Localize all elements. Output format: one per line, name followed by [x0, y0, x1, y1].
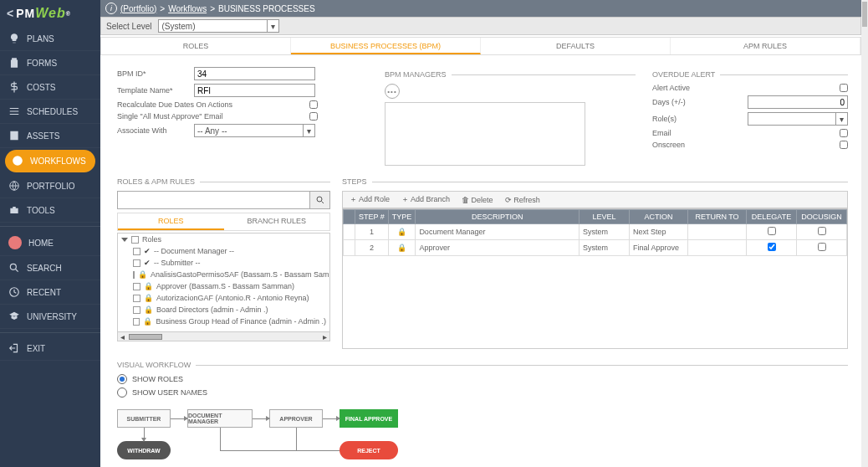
cell-docusign[interactable]: [797, 224, 847, 240]
checkbox-icon[interactable]: [133, 318, 140, 326]
cell-step: 2: [355, 240, 389, 256]
cell-delegate[interactable]: [747, 240, 797, 256]
show-roles-radio[interactable]: [117, 374, 127, 384]
node-final[interactable]: FINAL APPROVE: [340, 409, 398, 428]
crumb-sep: >: [160, 4, 165, 13]
alert-active-checkbox[interactable]: [840, 84, 848, 92]
node-submitter[interactable]: SUBMITTER: [117, 409, 171, 428]
crumb-portfolio[interactable]: (Portfolio): [120, 4, 156, 13]
main-content: BPM ID* Template Name* Recalculate Due D…: [100, 57, 861, 467]
add-branch-button[interactable]: ＋ Add Branch: [401, 194, 450, 205]
checkbox-icon[interactable]: [133, 271, 135, 279]
col-delegate[interactable]: DELEGATE: [747, 210, 797, 224]
crumb-workflows[interactable]: Workflows: [168, 4, 207, 13]
node-approver[interactable]: APPROVER: [269, 409, 323, 428]
nav-forms[interactable]: FORMS: [0, 51, 100, 75]
nav-recent[interactable]: RECENT: [0, 280, 100, 305]
checkbox-icon[interactable]: [133, 248, 140, 255]
tree-hscroll[interactable]: ◂▸: [118, 331, 329, 341]
clipboard-icon: [8, 57, 20, 69]
onscreen-checkbox[interactable]: [840, 141, 848, 149]
recalc-checkbox[interactable]: [309, 100, 318, 109]
collapse-icon[interactable]: <: [7, 7, 14, 20]
tree-item[interactable]: AnalisisGastoPermisoSAF (Bassam.S - Bass…: [151, 270, 329, 279]
tree-item[interactable]: Approver (Bassam.S - Bassam Samman): [156, 282, 294, 290]
tree-item[interactable]: -- Document Manager --: [154, 247, 234, 255]
tree-item[interactable]: -- Submitter --: [154, 259, 201, 267]
expand-icon[interactable]: [121, 238, 128, 242]
add-role-button[interactable]: ＋ Add Role: [350, 194, 390, 205]
sidebar: < PMWeb® PLANS FORMS COSTS SCHEDULES ASS…: [0, 0, 100, 467]
tree-item[interactable]: Board Directors (admin - Admin .): [156, 305, 268, 314]
tab-roles[interactable]: ROLES: [101, 38, 291, 54]
col-return[interactable]: RETURN TO: [688, 210, 747, 224]
checkbox-icon[interactable]: [133, 259, 140, 267]
page-scrollbar[interactable]: ▲: [861, 0, 868, 467]
bpm-id-input[interactable]: [194, 67, 315, 80]
more-icon[interactable]: •••: [385, 84, 400, 99]
delete-button[interactable]: 🗑 Delete: [462, 196, 493, 204]
tab-apm[interactable]: APM RULES: [671, 38, 860, 54]
subtab-roles[interactable]: ROLES: [118, 213, 224, 230]
bpm-managers-box[interactable]: [385, 102, 585, 166]
checkbox-icon[interactable]: [133, 283, 140, 290]
tab-defaults[interactable]: DEFAULTS: [481, 38, 671, 54]
nav-portfolio[interactable]: PORTFOLIO: [0, 174, 100, 198]
scroll-thumb[interactable]: [862, 2, 867, 27]
nav-workflows[interactable]: WORKFLOWS: [5, 150, 95, 172]
level-select[interactable]: (System) ▾: [158, 19, 279, 33]
nav-costs[interactable]: COSTS: [0, 75, 100, 100]
nav-home[interactable]: HOME: [0, 230, 100, 256]
nav-university[interactable]: UNIVERSITY: [0, 305, 100, 329]
tree-item[interactable]: Business Group Head of Finance (admin - …: [156, 317, 326, 326]
steps-title: STEPS: [342, 177, 367, 186]
nav-assets[interactable]: ASSETS: [0, 124, 100, 148]
roles-search-input[interactable]: [117, 191, 310, 209]
nav-schedules[interactable]: SCHEDULES: [0, 100, 100, 124]
nav-primary: PLANS FORMS COSTS SCHEDULES ASSETS WORKF…: [0, 27, 100, 223]
assoc-select[interactable]: -- Any -- ▾: [194, 124, 315, 137]
nav-tools[interactable]: TOOLS: [0, 198, 100, 223]
search-icon: [315, 195, 325, 205]
checkbox-icon[interactable]: [133, 295, 140, 302]
nav-plans[interactable]: PLANS: [0, 27, 100, 51]
cell-return: [688, 240, 747, 256]
checkbox-icon[interactable]: [131, 236, 139, 244]
col-docusign[interactable]: DOCUSIGN: [797, 210, 847, 224]
show-users-radio[interactable]: [117, 387, 127, 398]
cell-docusign[interactable]: [797, 240, 847, 256]
template-input[interactable]: [194, 84, 315, 97]
node-docmgr[interactable]: DOCUMENT MANAGER: [187, 409, 253, 428]
subtab-branch[interactable]: BRANCH RULES: [224, 213, 330, 230]
single-checkbox[interactable]: [309, 112, 318, 121]
col-step[interactable]: STEP #: [355, 210, 389, 224]
roles-search-button[interactable]: [310, 191, 330, 209]
roles-select[interactable]: ▾: [748, 112, 848, 126]
table-row[interactable]: 2 🔒 Approver System Final Approve: [344, 240, 847, 256]
col-desc[interactable]: DESCRIPTION: [416, 210, 580, 224]
cell-delegate[interactable]: [747, 224, 797, 240]
visual-title: VISUAL WORKFLOW: [117, 361, 191, 369]
col-level[interactable]: LEVEL: [580, 210, 630, 224]
nav-search[interactable]: SEARCH: [0, 256, 100, 280]
briefcase-icon: [8, 204, 20, 216]
nav-label: ASSETS: [27, 131, 59, 141]
tree-item[interactable]: AutorizacionGAF (Antonio.R - Antonio Rey…: [156, 294, 309, 302]
node-withdraw[interactable]: WITHDRAW: [117, 441, 171, 459]
nav-exit[interactable]: EXIT: [0, 336, 100, 361]
email-checkbox[interactable]: [840, 129, 848, 137]
node-reject[interactable]: REJECT: [340, 441, 398, 459]
col-type[interactable]: TYPE: [388, 210, 416, 224]
arrow-icon: [171, 418, 187, 419]
table-row[interactable]: 1 🔒 Document Manager System Next Step: [344, 224, 847, 240]
tab-bpm[interactable]: BUSINESS PROCESSES (BPM): [291, 38, 481, 54]
arrow-icon: [253, 418, 269, 419]
roles-tree[interactable]: Roles ✔-- Document Manager -- ✔-- Submit…: [117, 233, 330, 341]
info-icon[interactable]: i: [105, 3, 117, 14]
col-action[interactable]: ACTION: [630, 210, 688, 224]
days-input[interactable]: [748, 95, 848, 109]
checkbox-icon[interactable]: [133, 306, 140, 314]
check-icon: ✔: [144, 259, 151, 267]
nav-secondary: HOME SEARCH RECENT UNIVERSITY EXIT: [0, 230, 100, 361]
refresh-button[interactable]: ⟳ Refresh: [505, 196, 540, 204]
